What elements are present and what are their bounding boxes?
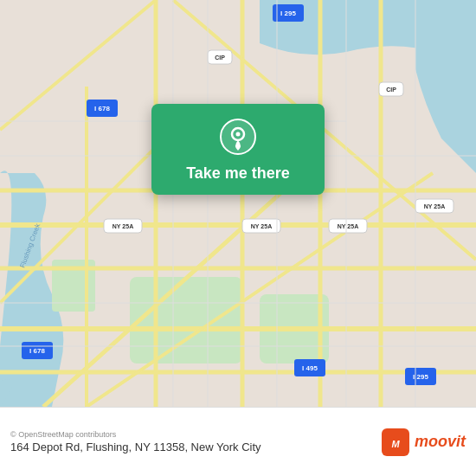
- map-container: I 295 I 678 I 678 I 495 I 295 NY 25A NY …: [0, 0, 476, 407]
- pin-icon: [219, 118, 257, 156]
- moovit-icon: M: [382, 428, 409, 456]
- svg-text:I 678: I 678: [29, 347, 45, 355]
- svg-text:NY 25A: NY 25A: [113, 223, 133, 229]
- svg-text:I 495: I 495: [302, 364, 318, 372]
- svg-text:I 678: I 678: [94, 105, 110, 113]
- map-svg: I 295 I 678 I 678 I 495 I 295 NY 25A NY …: [0, 0, 476, 407]
- svg-text:NY 25A: NY 25A: [338, 223, 358, 229]
- svg-text:NY 25A: NY 25A: [251, 223, 272, 229]
- take-me-there-button[interactable]: Take me there: [186, 164, 290, 183]
- svg-text:I 295: I 295: [280, 10, 296, 17]
- location-card[interactable]: Take me there: [151, 104, 325, 195]
- svg-text:NY 25A: NY 25A: [424, 203, 445, 209]
- osm-credit: © OpenStreetMap contributors: [10, 430, 261, 439]
- svg-text:CIP: CIP: [215, 55, 225, 61]
- svg-point-53: [236, 132, 241, 137]
- moovit-logo: M moovit: [382, 428, 466, 456]
- address: 164 Depot Rd, Flushing, NY 11358, New Yo…: [10, 441, 261, 453]
- moovit-name: moovit: [415, 433, 466, 451]
- bottom-info: © OpenStreetMap contributors 164 Depot R…: [10, 430, 261, 453]
- svg-rect-1: [130, 277, 242, 363]
- svg-text:M: M: [391, 439, 400, 449]
- svg-text:CIP: CIP: [386, 87, 396, 93]
- bottom-bar: © OpenStreetMap contributors 164 Depot R…: [0, 407, 476, 476]
